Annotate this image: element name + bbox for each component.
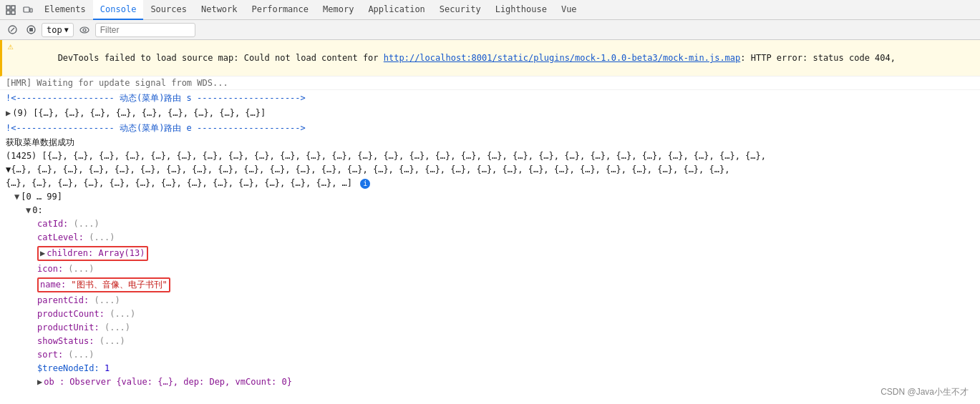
item-0-label: 0: [32,205,42,217]
children-row: ▶ children: Array(13) [0,245,980,262]
success-row: 获取菜单数据成功 [0,136,980,149]
productCount-key: productCount: [37,308,105,320]
console-toolbar: top ▼ [0,20,980,40]
tab-performance[interactable]: Performance [245,0,316,20]
productCount-row: productCount: (...) [0,307,980,321]
treeNodeId-row: $treeNodeId: 1 [0,362,980,375]
tab-application[interactable]: Application [361,0,432,20]
expand-item-0-button[interactable]: ▼ [26,205,31,217]
name-highlighted: name: "图书、音像、电子书刊" [37,277,170,292]
svg-rect-5 [30,9,32,12]
warning-message: DevTools failed to load source map: Coul… [16,41,980,75]
ob-label: ob : Observer {value: {…}, dep: Dep, vmC… [44,376,292,388]
big-array-row2: ▼{…}, {…}, {…}, {…}, {…}, {…}, {…}, {…},… [0,163,980,177]
range-row: ▼ [0 … 99] [0,190,980,204]
name-key: name: [40,279,71,291]
tab-sources[interactable]: Sources [143,0,194,20]
parentCid-key: parentCid: [37,295,89,307]
filter-input[interactable] [95,23,195,37]
array-9-preview: (9) [{…}, {…}, {…}, {…}, {…}, {…}, {…}, … [12,107,266,119]
icon-val[interactable]: (...) [68,263,94,275]
catId-row: catId: (...) [0,217,980,231]
svg-point-11 [83,29,86,31]
range-label: [0 … 99] [21,191,62,203]
hmr-row: [HMR] Waiting for update signal from WDS… [0,77,980,90]
console-output: ⚠ DevTools failed to load source map: Co… [0,40,980,404]
tab-vue[interactable]: Vue [554,0,584,20]
sort-key: sort: [37,349,63,361]
svg-rect-3 [11,11,15,14]
children-key: children: Array(13) [47,247,145,260]
svg-rect-0 [6,6,10,9]
showStatus-val[interactable]: (...) [100,335,125,348]
ob-row: ▶ ob : Observer {value: {…}, dep: Dep, v… [0,375,980,389]
tab-console[interactable]: Console [93,0,144,20]
catLevel-key: catLevel: [37,232,84,244]
tab-security[interactable]: Security [432,0,488,20]
catId-key: catId: [37,218,68,230]
name-val: "图书、音像、电子书刊" [71,279,167,291]
separator-end: !<------------------- 动态(菜单)路由 e -------… [0,120,980,136]
icon-key: icon: [37,263,63,275]
catLevel-val[interactable]: (...) [89,232,115,244]
array-9-row: ▶ (9) [{…}, {…}, {…}, {…}, {…}, {…}, {…}… [0,106,980,120]
productUnit-row: productUnit: (...) [0,321,980,335]
stop-recording-button[interactable] [23,22,39,38]
sort-row: sort: (...) [0,348,980,362]
tab-network[interactable]: Network [194,0,245,20]
svg-rect-2 [6,11,10,14]
context-selector[interactable]: top ▼ [42,23,74,37]
svg-line-7 [11,28,14,31]
info-icon[interactable]: i [360,179,370,189]
svg-rect-1 [11,6,15,9]
item-0-row: ▼ 0: [0,204,980,217]
expand-ob-button[interactable]: ▶ [37,376,42,388]
showStatus-row: showStatus: (...) [0,335,980,348]
productUnit-key: productUnit: [37,322,100,334]
warning-link[interactable]: http://localhost:8001/static/plugins/moc… [384,53,741,63]
svg-point-10 [80,27,89,33]
big-array-row3: {…}, {…}, {…}, {…}, {…}, {…}, {…}, {…}, … [0,177,980,190]
expand-range-button[interactable]: ▼ [14,191,19,203]
treeNodeId-key: $treeNodeId: [37,363,100,375]
clear-console-button[interactable] [4,22,20,38]
treeNodeId-val: 1 [105,363,110,375]
device-toggle-icon[interactable] [20,2,36,18]
warning-icon: ⚠ [8,41,14,52]
eye-icon[interactable] [77,22,92,38]
name-row: name: "图书、音像、电子书刊" [0,276,980,294]
catLevel-row: catLevel: (...) [0,231,980,245]
svg-rect-9 [29,28,33,31]
expand-array-9-button[interactable]: ▶ [6,107,11,119]
context-label: top [47,25,62,35]
big-array-row1: (1425) [{…}, {…}, {…}, {…}, {…}, {…}, {…… [0,149,980,163]
hmr-text: [HMR] Waiting for update signal from WDS… [6,77,980,89]
icon-row: icon: (...) [0,262,980,276]
tab-memory[interactable]: Memory [316,0,361,20]
sort-val[interactable]: (...) [68,349,94,361]
parentCid-row: parentCid: (...) [0,294,980,307]
children-highlighted: ▶ children: Array(13) [37,246,148,261]
parentCid-val[interactable]: (...) [94,295,120,307]
productCount-val[interactable]: (...) [110,308,135,320]
warning-row: ⚠ DevTools failed to load source map: Co… [0,40,980,77]
tab-lighthouse[interactable]: Lighthouse [488,0,554,20]
catId-val[interactable]: (...) [74,218,100,230]
devtools-tab-bar: Elements Console Sources Network Perform… [0,0,980,20]
svg-rect-4 [24,7,29,12]
inspect-icon[interactable] [3,2,19,18]
watermark: CSDN @Java小生不才 [880,386,969,398]
showStatus-key: showStatus: [37,335,94,348]
chevron-down-icon: ▼ [64,26,69,34]
expand-children-button[interactable]: ▶ [40,247,45,260]
tab-elements[interactable]: Elements [37,0,93,20]
productUnit-val[interactable]: (...) [105,322,130,334]
separator-start: !<------------------- 动态(菜单)路由 s -------… [0,90,980,106]
